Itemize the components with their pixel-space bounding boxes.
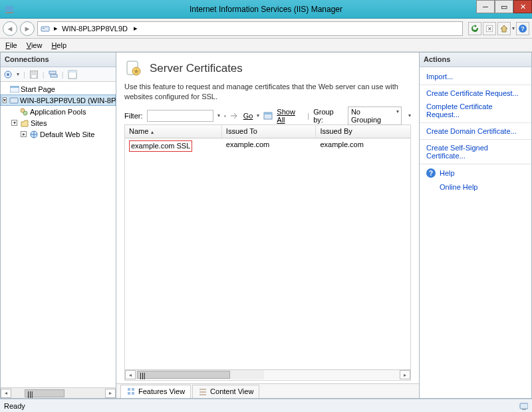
actions-panel: Actions Import... Create Certificate Req… — [419, 52, 532, 399]
svg-rect-27 — [132, 392, 134, 395]
cert-issued-by: example.com — [316, 138, 410, 152]
group-by-select[interactable]: No Grouping ▾ — [348, 106, 402, 125]
connect-icon[interactable] — [3, 70, 13, 79]
sites-icon — [20, 118, 29, 128]
expand-icon[interactable]: ▸ — [21, 131, 27, 137]
connections-tree: Start Page ▾ WIN-8PL3PP8VL9D (WIN-8PL Ap… — [1, 82, 116, 387]
scroll-thumb[interactable]: ||| — [25, 389, 65, 397]
svg-rect-25 — [132, 388, 134, 391]
nav-forward-button[interactable]: ► — [20, 21, 35, 36]
menu-file[interactable]: File — [5, 41, 17, 49]
app-pools-icon — [19, 107, 29, 116]
show-all-icon — [263, 111, 273, 120]
svg-point-18 — [23, 111, 27, 115]
status-text: Ready — [4, 402, 25, 410]
tab-content-view[interactable]: Content View — [192, 385, 259, 398]
connections-panel: Connections ▾ | | | Start Page ▾ WIN-8PL… — [0, 52, 116, 399]
certificate-icon — [124, 59, 143, 78]
action-help[interactable]: ? Help — [420, 166, 531, 180]
servers-icon[interactable] — [49, 70, 58, 79]
svg-rect-30 — [200, 394, 206, 395]
page-title: Server Certificates — [150, 62, 243, 75]
features-view-icon — [126, 387, 136, 396]
connections-hscroll[interactable]: ◂ ||| ▸ — [1, 387, 116, 398]
tree-server-node[interactable]: ▾ WIN-8PL3PP8VL9D (WIN-8PL — [1, 95, 116, 106]
svg-rect-9 — [32, 75, 36, 78]
minimize-button[interactable]: ─ — [476, 0, 495, 13]
menu-help[interactable]: Help — [51, 41, 66, 49]
sort-asc-icon: ▴ — [151, 129, 154, 135]
go-dropdown-icon[interactable]: ▾ — [257, 112, 259, 118]
svg-rect-24 — [128, 388, 130, 391]
page-description: Use this feature to request and manage c… — [124, 82, 411, 102]
tree-sites[interactable]: ▾ Sites — [1, 117, 116, 128]
svg-rect-29 — [200, 391, 206, 393]
actions-header: Actions — [420, 53, 531, 67]
extra-dropdown-icon[interactable]: ▾ — [408, 112, 411, 118]
stop-button[interactable]: ✕ — [483, 22, 496, 35]
col-issued-to[interactable]: Issued To — [222, 125, 317, 138]
svg-rect-10 — [49, 71, 56, 74]
scroll-left-button[interactable]: ◂ — [125, 370, 136, 379]
action-complete-request[interactable]: Complete Certificate Request... — [420, 100, 531, 123]
col-name[interactable]: Name▴ — [125, 125, 222, 138]
certificates-grid: Name▴ Issued To Issued By example.com SS… — [124, 124, 411, 381]
scroll-right-button[interactable]: ▸ — [105, 389, 116, 398]
action-online-help[interactable]: Online Help — [420, 180, 531, 194]
breadcrumb-host: WIN-8PL3PP8VL9D — [62, 25, 128, 33]
svg-rect-15 — [10, 86, 19, 88]
nav-back-button[interactable]: ◄ — [3, 21, 17, 36]
action-create-request[interactable]: Create Certificate Request... — [420, 87, 531, 100]
table-row[interactable]: example.com SSL example.com example.com — [125, 138, 410, 152]
globe-icon — [29, 130, 39, 139]
save-icon[interactable] — [29, 70, 39, 79]
connections-toolbar: ▾ | | | — [1, 67, 116, 82]
cert-issued-to: example.com — [222, 138, 317, 152]
tree-start-page[interactable]: Start Page — [1, 83, 116, 95]
svg-rect-0 — [5, 6, 13, 11]
show-all-button[interactable]: Show All — [277, 108, 303, 124]
tree-app-pools[interactable]: Application Pools — [1, 106, 116, 117]
breadcrumb[interactable]: ▸ WIN-8PL3PP8VL9D ▸ — [37, 21, 463, 36]
browse-icon[interactable] — [68, 70, 77, 79]
svg-rect-28 — [200, 389, 206, 390]
server-icon — [9, 96, 19, 105]
refresh-button[interactable] — [468, 22, 481, 35]
scroll-left-button[interactable]: ◂ — [1, 389, 11, 398]
dropdown-icon[interactable]: ▾ — [17, 71, 19, 77]
grid-hscroll[interactable]: ◂ ||| ▸ — [125, 369, 410, 380]
close-button[interactable]: ✕ — [513, 0, 532, 13]
grid-header: Name▴ Issued To Issued By — [125, 125, 410, 138]
action-import[interactable]: Import... — [420, 70, 531, 85]
tree-default-site[interactable]: ▸ Default Web Site — [1, 128, 116, 140]
tab-features-view[interactable]: Features View — [120, 385, 191, 398]
svg-rect-3 — [43, 28, 45, 29]
navbar: ◄ ► ▸ WIN-8PL3PP8VL9D ▸ ✕ ▾ ? — [0, 19, 532, 39]
dropdown-icon[interactable]: ▾ — [512, 25, 515, 31]
action-create-domain[interactable]: Create Domain Certificate... — [420, 124, 531, 140]
col-issued-by[interactable]: Issued By — [316, 125, 410, 138]
scroll-right-button[interactable]: ▸ — [400, 370, 410, 379]
svg-point-7 — [7, 73, 9, 76]
filter-input[interactable] — [147, 110, 213, 122]
window-title: Internet Information Services (IIS) Mana… — [190, 5, 342, 14]
maximize-button[interactable]: ▭ — [495, 0, 513, 13]
collapse-icon[interactable]: ▾ — [3, 97, 7, 103]
menu-view[interactable]: View — [27, 41, 43, 49]
svg-rect-26 — [128, 392, 130, 395]
filter-dropdown-icon[interactable]: ▾ — [217, 112, 220, 118]
action-create-self-signed[interactable]: Create Self-Signed Certificate... — [420, 141, 531, 164]
svg-rect-2 — [41, 27, 49, 31]
status-icon — [519, 401, 528, 411]
svg-rect-13 — [68, 71, 76, 73]
go-icon — [230, 111, 239, 120]
help-button[interactable]: ? — [516, 22, 529, 35]
start-page-icon — [10, 85, 19, 94]
svg-rect-1 — [5, 12, 13, 13]
filter-label: Filter: — [124, 112, 143, 120]
iis-icon — [4, 4, 15, 15]
home-button[interactable] — [497, 22, 511, 35]
go-button[interactable]: Go — [243, 112, 253, 120]
collapse-icon[interactable]: ▾ — [11, 120, 17, 126]
cert-name: example.com SSL — [129, 140, 192, 152]
